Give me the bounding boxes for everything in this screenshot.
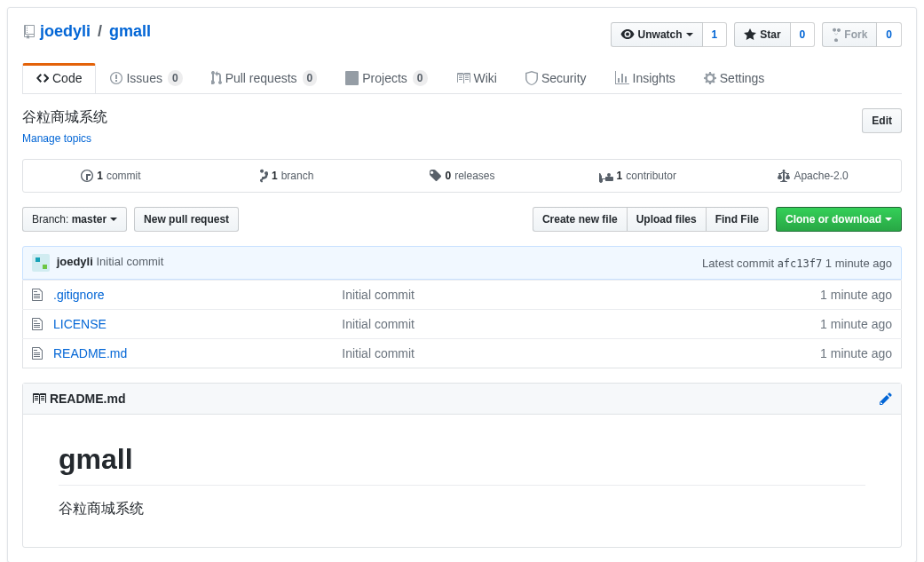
history-icon bbox=[81, 169, 93, 183]
file-icon bbox=[23, 281, 45, 310]
tab-insights[interactable]: Insights bbox=[601, 63, 690, 93]
table-row: .gitignoreInitial commit1 minute ago bbox=[23, 281, 902, 310]
file-link[interactable]: .gitignore bbox=[53, 288, 105, 302]
branch-select-button[interactable]: Branch: master bbox=[22, 207, 127, 232]
forks-count[interactable]: 0 bbox=[877, 22, 902, 47]
pull-request-icon bbox=[211, 71, 222, 85]
fork-button[interactable]: Fork bbox=[822, 22, 877, 47]
file-age: 1 minute ago bbox=[618, 310, 902, 339]
edit-button[interactable]: Edit bbox=[862, 108, 902, 133]
star-icon bbox=[744, 28, 756, 42]
tab-security[interactable]: Security bbox=[511, 63, 601, 93]
gear-icon bbox=[704, 71, 716, 85]
commit-age: 1 minute ago bbox=[825, 257, 892, 270]
readme-header: README.md bbox=[32, 392, 125, 406]
tab-projects[interactable]: Projects0 bbox=[331, 63, 441, 93]
commit-author-link[interactable]: joedyli bbox=[57, 255, 93, 268]
watchers-count[interactable]: 1 bbox=[703, 22, 728, 47]
file-link[interactable]: README.md bbox=[53, 346, 127, 360]
upload-files-button[interactable]: Upload files bbox=[627, 207, 706, 232]
tab-code[interactable]: Code bbox=[22, 63, 96, 93]
code-icon bbox=[36, 71, 49, 85]
file-commit-msg[interactable]: Initial commit bbox=[333, 281, 617, 310]
commit-message[interactable]: Initial commit bbox=[96, 255, 163, 268]
table-row: LICENSEInitial commit1 minute ago bbox=[23, 310, 902, 339]
readme-h1: gmall bbox=[59, 443, 865, 486]
book-icon bbox=[456, 71, 470, 85]
contributors-stat[interactable]: 1contributor bbox=[549, 160, 725, 192]
latest-commit-bar: joedyli Initial commit Latest commit afc… bbox=[22, 246, 902, 280]
project-icon bbox=[345, 71, 359, 85]
tab-wiki[interactable]: Wiki bbox=[442, 63, 511, 93]
shield-icon bbox=[525, 71, 538, 85]
star-button[interactable]: Star bbox=[734, 22, 790, 47]
releases-stat[interactable]: 0releases bbox=[375, 160, 550, 192]
commits-stat[interactable]: 1commit bbox=[23, 160, 199, 192]
law-icon bbox=[778, 169, 790, 183]
book-icon bbox=[32, 392, 46, 406]
eye-icon bbox=[620, 28, 635, 42]
new-pull-request-button[interactable]: New pull request bbox=[134, 207, 239, 232]
owner-link[interactable]: joedyli bbox=[40, 22, 91, 41]
find-file-button[interactable]: Find File bbox=[706, 207, 769, 232]
file-icon bbox=[23, 339, 45, 368]
file-list: .gitignoreInitial commit1 minute agoLICE… bbox=[22, 280, 902, 368]
edit-readme-button[interactable] bbox=[880, 392, 892, 406]
tab-settings[interactable]: Settings bbox=[690, 63, 779, 93]
repo-description: 谷粒商城系统 bbox=[22, 108, 107, 127]
license-stat[interactable]: Apache-2.0 bbox=[725, 160, 901, 192]
repo-icon bbox=[22, 25, 36, 39]
tab-issues[interactable]: Issues0 bbox=[96, 63, 196, 93]
clone-download-button[interactable]: Clone or download bbox=[776, 207, 902, 232]
repo-link[interactable]: gmall bbox=[109, 22, 151, 40]
issue-icon bbox=[110, 71, 122, 85]
file-link[interactable]: LICENSE bbox=[53, 317, 107, 331]
repo-nav: Code Issues0 Pull requests0 Projects0 Wi… bbox=[22, 63, 902, 94]
file-icon bbox=[23, 310, 45, 339]
stars-count[interactable]: 0 bbox=[791, 22, 816, 47]
commit-sha-link[interactable]: afc13f7 bbox=[778, 257, 823, 270]
branches-stat[interactable]: 1branch bbox=[199, 160, 375, 192]
table-row: README.mdInitial commit1 minute ago bbox=[23, 339, 902, 368]
file-age: 1 minute ago bbox=[618, 339, 902, 368]
file-commit-msg[interactable]: Initial commit bbox=[333, 339, 617, 368]
branch-icon bbox=[259, 169, 268, 183]
create-new-file-button[interactable]: Create new file bbox=[533, 207, 627, 232]
fork-icon bbox=[832, 28, 841, 42]
manage-topics-link[interactable]: Manage topics bbox=[22, 132, 91, 145]
people-icon bbox=[599, 169, 613, 183]
file-commit-msg[interactable]: Initial commit bbox=[333, 310, 617, 339]
graph-icon bbox=[615, 71, 629, 85]
readme-paragraph: 谷粒商城系统 bbox=[59, 500, 865, 518]
repo-title: joedyli / gmall bbox=[22, 22, 151, 41]
pencil-icon bbox=[880, 392, 892, 406]
file-age: 1 minute ago bbox=[618, 281, 902, 310]
tab-pull-requests[interactable]: Pull requests0 bbox=[197, 63, 332, 93]
avatar[interactable] bbox=[32, 254, 50, 272]
tag-icon bbox=[429, 169, 441, 183]
unwatch-button[interactable]: Unwatch bbox=[611, 22, 703, 47]
